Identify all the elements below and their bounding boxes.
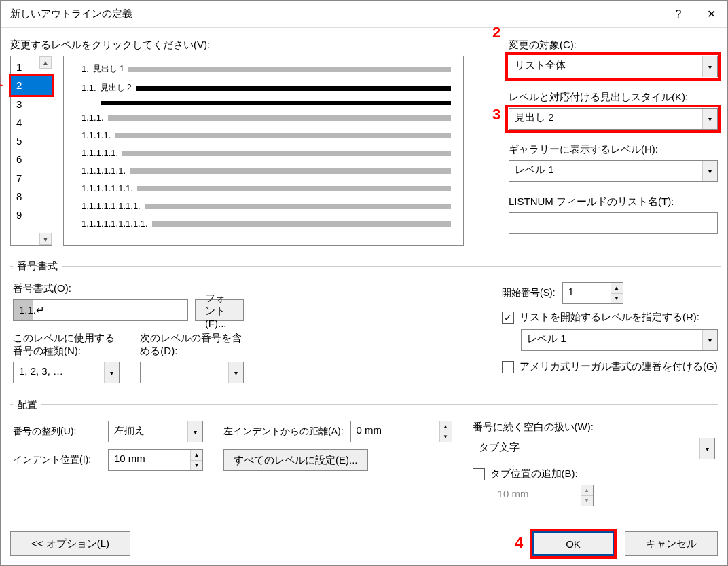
preview-l2-txt: 見出し 2 bbox=[101, 82, 136, 94]
gallery-level-value: レベル 1 bbox=[509, 161, 702, 181]
checkbox-icon bbox=[502, 361, 514, 373]
preview-l1-txt: 見出し 1 bbox=[93, 63, 128, 75]
num-format-input[interactable]: 1.1.↵ bbox=[13, 299, 188, 321]
spin-down-icon[interactable]: ▼ bbox=[440, 432, 452, 442]
scroll-down-icon[interactable]: ▼ bbox=[39, 233, 52, 245]
options-button[interactable]: << オプション(L) bbox=[10, 531, 130, 556]
legal-checkbox[interactable]: アメリカ式リーガル書式の連番を付ける(G) bbox=[502, 360, 718, 373]
level-item-5[interactable]: 5 bbox=[11, 132, 52, 150]
num-format-text: 1.1.↵ bbox=[19, 304, 45, 316]
listnum-label: LISTNUM フィールドのリスト名(T): bbox=[509, 195, 718, 208]
align-at-spinner[interactable]: 0 mm ▲▼ bbox=[350, 421, 452, 442]
scope-value: リスト全体 bbox=[509, 56, 702, 77]
level-click-label: 変更するレベルをクリックしてください(V): bbox=[10, 39, 499, 52]
level-item-4[interactable]: 4 bbox=[11, 113, 52, 132]
follow-num-combo[interactable]: タブ文字 ▾ bbox=[473, 438, 715, 459]
level-listbox[interactable]: ▲ 1 2 3 4 5 6 7 8 9 ▼ 1 bbox=[10, 56, 52, 246]
dialog-title: 新しいアウトラインの定義 bbox=[10, 7, 662, 20]
link-style-label: レベルと対応付ける見出しスタイル(K): bbox=[509, 91, 718, 104]
spin-down-icon: ▼ bbox=[581, 496, 593, 506]
num-align-combo[interactable]: 左揃え ▾ bbox=[108, 421, 203, 442]
font-button[interactable]: フォント(F)... bbox=[195, 299, 244, 321]
preview-l4: 1.1.1.1. bbox=[81, 130, 115, 140]
preview-l6: 1.1.1.1.1.1. bbox=[81, 166, 130, 176]
chevron-down-icon[interactable]: ▾ bbox=[702, 56, 717, 77]
level-item-6[interactable]: 6 bbox=[11, 150, 52, 168]
include-prev-combo[interactable]: ▾ bbox=[140, 362, 244, 383]
set-all-button[interactable]: すべてのレベルに設定(E)... bbox=[223, 449, 368, 471]
restart-level-combo[interactable]: レベル 1 ▾ bbox=[521, 329, 718, 351]
add-tab-value: 10 mm bbox=[492, 485, 581, 506]
scroll-up-icon[interactable]: ▲ bbox=[39, 56, 52, 69]
indent-at-value: 10 mm bbox=[109, 450, 190, 470]
legal-label: アメリカ式リーガル書式の連番を付ける(G) bbox=[520, 360, 718, 373]
restart-level-value: レベル 1 bbox=[522, 330, 702, 350]
follow-num-label: 番号に続く空白の扱い(W): bbox=[473, 421, 715, 434]
level-item-7[interactable]: 7 bbox=[11, 169, 52, 187]
level-item-2[interactable]: 2 bbox=[11, 76, 52, 94]
align-legend: 配置 bbox=[13, 398, 41, 411]
num-type-label: このレベルに使用する番号の種類(N): bbox=[13, 332, 120, 358]
format-legend: 番号書式 bbox=[13, 260, 62, 273]
close-button[interactable]: ✕ bbox=[695, 1, 727, 28]
gallery-level-label: ギャラリーに表示するレベル(H): bbox=[509, 143, 718, 156]
listnum-input[interactable] bbox=[509, 212, 718, 234]
preview-l9: 1.1.1.1.1.1.1.1.1. bbox=[81, 219, 152, 229]
level-item-8[interactable]: 8 bbox=[11, 187, 52, 206]
cancel-button[interactable]: キャンセル bbox=[625, 531, 718, 556]
spin-up-icon[interactable]: ▲ bbox=[611, 283, 623, 294]
chevron-down-icon[interactable]: ▾ bbox=[699, 438, 714, 459]
num-align-value: 左揃え bbox=[109, 421, 187, 442]
num-type-value: 1, 2, 3, … bbox=[14, 362, 104, 383]
scope-label: 変更の対象(C): bbox=[509, 39, 718, 52]
chevron-down-icon[interactable]: ▾ bbox=[187, 421, 202, 442]
chevron-down-icon[interactable]: ▾ bbox=[702, 330, 717, 350]
num-type-combo[interactable]: 1, 2, 3, … ▾ bbox=[13, 362, 120, 383]
align-at-value: 0 mm bbox=[351, 421, 439, 442]
spin-down-icon[interactable]: ▼ bbox=[611, 294, 623, 304]
add-tab-spinner: 10 mm ▲▼ bbox=[492, 485, 594, 506]
outline-preview: 1. 見出し 1 1.1. 見出し 2 1.1.1. 1.1.1.1. 1.1. bbox=[63, 56, 464, 246]
checkbox-icon: ✓ bbox=[502, 312, 514, 324]
spin-down-icon[interactable]: ▼ bbox=[191, 461, 202, 471]
restart-checkbox[interactable]: ✓ リストを開始するレベルを指定する(R): bbox=[502, 311, 718, 324]
spin-up-icon[interactable]: ▲ bbox=[191, 450, 202, 461]
preview-l2-num: 1.1. bbox=[81, 83, 101, 93]
link-style-value: 見出し 2 bbox=[509, 109, 702, 129]
preview-l3: 1.1.1. bbox=[81, 113, 108, 123]
start-at-label: 開始番号(S): bbox=[502, 287, 556, 299]
annotation-1: 1 bbox=[0, 73, 3, 90]
checkbox-icon bbox=[473, 468, 485, 480]
restart-label: リストを開始するレベルを指定する(R): bbox=[520, 311, 699, 324]
start-at-value: 1 bbox=[563, 283, 611, 303]
scope-combo[interactable]: リスト全体 ▾ bbox=[509, 56, 718, 77]
level-item-9[interactable]: 9 bbox=[11, 206, 52, 224]
preview-l7: 1.1.1.1.1.1.1. bbox=[81, 183, 137, 193]
preview-l1-num: 1. bbox=[81, 64, 93, 74]
annotation-4: 4 bbox=[515, 534, 523, 552]
level-item-3[interactable]: 3 bbox=[11, 95, 52, 113]
ok-button[interactable]: OK bbox=[532, 531, 614, 556]
chevron-down-icon[interactable]: ▾ bbox=[702, 109, 717, 129]
gallery-level-combo[interactable]: レベル 1 ▾ bbox=[509, 160, 718, 182]
preview-l8: 1.1.1.1.1.1.1.1. bbox=[81, 201, 145, 211]
preview-l5: 1.1.1.1.1. bbox=[81, 148, 122, 158]
chevron-down-icon[interactable]: ▾ bbox=[702, 161, 717, 181]
spin-up-icon[interactable]: ▲ bbox=[440, 421, 452, 432]
include-prev-label: 次のレベルの番号を含める(D): bbox=[140, 332, 244, 358]
num-align-label: 番号の整列(U): bbox=[13, 426, 101, 438]
start-at-spinner[interactable]: 1 ▲▼ bbox=[562, 282, 623, 304]
chevron-down-icon[interactable]: ▾ bbox=[104, 362, 119, 383]
help-button[interactable]: ? bbox=[662, 1, 695, 28]
align-at-label: 左インデントからの距離(A): bbox=[223, 426, 344, 438]
indent-at-label: インデント位置(I): bbox=[13, 454, 101, 466]
chevron-down-icon[interactable]: ▾ bbox=[228, 362, 243, 383]
add-tab-label: タブ位置の追加(B): bbox=[490, 468, 578, 480]
add-tab-checkbox[interactable]: タブ位置の追加(B): bbox=[473, 468, 715, 480]
follow-num-value: タブ文字 bbox=[473, 438, 699, 459]
link-style-combo[interactable]: 見出し 2 ▾ bbox=[509, 108, 718, 130]
spin-up-icon: ▲ bbox=[581, 485, 593, 496]
include-prev-value bbox=[141, 362, 228, 383]
indent-at-spinner[interactable]: 10 mm ▲▼ bbox=[108, 449, 203, 471]
